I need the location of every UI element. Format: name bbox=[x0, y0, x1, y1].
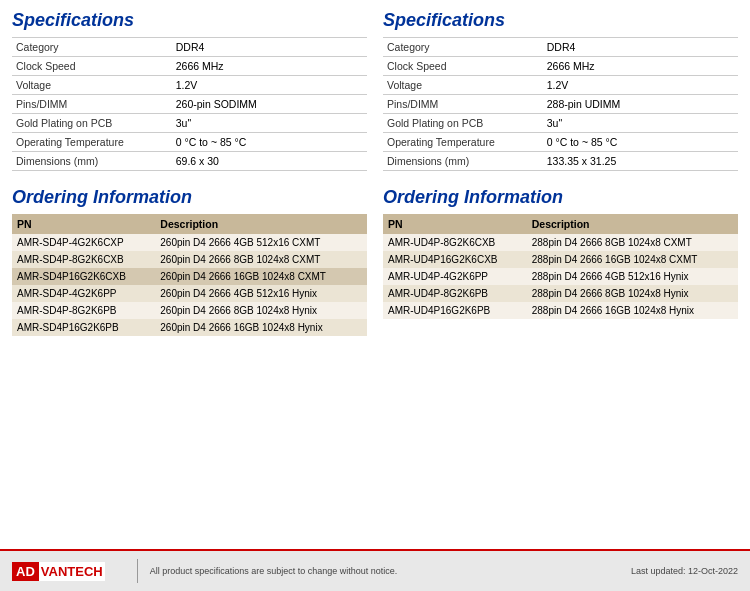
right-column: Specifications CategoryDDR4Clock Speed26… bbox=[383, 10, 738, 336]
right-spec-title: Specifications bbox=[383, 10, 738, 31]
table-row: Clock Speed2666 MHz bbox=[383, 57, 738, 76]
spec-value: 0 °C to ~ 85 °C bbox=[543, 133, 738, 152]
list-item: AMR-SD4P-8G2K6CXB260pin D4 2666 8GB 1024… bbox=[12, 251, 367, 268]
spec-label: Category bbox=[12, 38, 172, 57]
pn-cell: AMR-SD4P-4G2K6PP bbox=[12, 285, 155, 302]
table-row: Gold Plating on PCB3u" bbox=[12, 114, 367, 133]
spec-label: Category bbox=[383, 38, 543, 57]
left-spec-table: CategoryDDR4Clock Speed2666 MHzVoltage1.… bbox=[12, 37, 367, 171]
spec-value: 2666 MHz bbox=[172, 57, 367, 76]
desc-cell: 260pin D4 2666 16GB 1024x8 Hynix bbox=[155, 319, 367, 336]
list-item: AMR-SD4P-8G2K6PB260pin D4 2666 8GB 1024x… bbox=[12, 302, 367, 319]
list-item: AMR-SD4P-4G2K6CXP260pin D4 2666 4GB 512x… bbox=[12, 234, 367, 251]
spec-label: Dimensions (mm) bbox=[383, 152, 543, 171]
right-spec-table: CategoryDDR4Clock Speed2666 MHzVoltage1.… bbox=[383, 37, 738, 171]
spec-value: 1.2V bbox=[543, 76, 738, 95]
list-item: AMR-UD4P16G2K6CXB288pin D4 2666 16GB 102… bbox=[383, 251, 738, 268]
logo-ad-text: AD bbox=[12, 562, 39, 581]
spec-value: DDR4 bbox=[172, 38, 367, 57]
pn-cell: AMR-UD4P-4G2K6PP bbox=[383, 268, 527, 285]
spec-label: Clock Speed bbox=[383, 57, 543, 76]
desc-cell: 260pin D4 2666 4GB 512x16 Hynix bbox=[155, 285, 367, 302]
spec-value: 2666 MHz bbox=[543, 57, 738, 76]
pn-cell: AMR-SD4P-8G2K6PB bbox=[12, 302, 155, 319]
desc-cell: 260pin D4 2666 8GB 1024x8 Hynix bbox=[155, 302, 367, 319]
table-row: Dimensions (mm)133.35 x 31.25 bbox=[383, 152, 738, 171]
desc-cell: 288pin D4 2666 4GB 512x16 Hynix bbox=[527, 268, 738, 285]
pn-cell: AMR-UD4P16G2K6PB bbox=[383, 302, 527, 319]
spec-label: Voltage bbox=[12, 76, 172, 95]
spec-value: 260-pin SODIMM bbox=[172, 95, 367, 114]
spec-value: DDR4 bbox=[543, 38, 738, 57]
spec-label: Gold Plating on PCB bbox=[12, 114, 172, 133]
pn-cell: AMR-SD4P16G2K6CXB bbox=[12, 268, 155, 285]
table-row: Voltage1.2V bbox=[12, 76, 367, 95]
pn-cell: AMR-SD4P16G2K6PB bbox=[12, 319, 155, 336]
spec-label: Operating Temperature bbox=[12, 133, 172, 152]
table-row: Pins/DIMM260-pin SODIMM bbox=[12, 95, 367, 114]
desc-cell: 260pin D4 2666 4GB 512x16 CXMT bbox=[155, 234, 367, 251]
left-order-table: PNDescription AMR-SD4P-4G2K6CXP260pin D4… bbox=[12, 214, 367, 336]
table-row: CategoryDDR4 bbox=[383, 38, 738, 57]
footer: ADVANTECH All product specifications are… bbox=[0, 549, 750, 591]
spec-value: 3u" bbox=[172, 114, 367, 133]
spec-label: Clock Speed bbox=[12, 57, 172, 76]
footer-updated: Last updated: 12-Oct-2022 bbox=[631, 566, 738, 576]
spec-label: Pins/DIMM bbox=[12, 95, 172, 114]
left-spec-title: Specifications bbox=[12, 10, 367, 31]
footer-notice: All product specifications are subject t… bbox=[150, 566, 631, 576]
list-item: AMR-SD4P-4G2K6PP260pin D4 2666 4GB 512x1… bbox=[12, 285, 367, 302]
column-header: PN bbox=[12, 214, 155, 234]
desc-cell: 260pin D4 2666 8GB 1024x8 CXMT bbox=[155, 251, 367, 268]
pn-cell: AMR-SD4P-4G2K6CXP bbox=[12, 234, 155, 251]
table-row: Pins/DIMM288-pin UDIMM bbox=[383, 95, 738, 114]
spec-value: 288-pin UDIMM bbox=[543, 95, 738, 114]
list-item: AMR-UD4P-8G2K6PB288pin D4 2666 8GB 1024x… bbox=[383, 285, 738, 302]
table-row: Clock Speed2666 MHz bbox=[12, 57, 367, 76]
main-content: Specifications CategoryDDR4Clock Speed26… bbox=[0, 0, 750, 396]
pn-cell: AMR-UD4P-8G2K6PB bbox=[383, 285, 527, 302]
spec-label: Pins/DIMM bbox=[383, 95, 543, 114]
column-header: PN bbox=[383, 214, 527, 234]
list-item: AMR-UD4P-8G2K6CXB288pin D4 2666 8GB 1024… bbox=[383, 234, 738, 251]
desc-cell: 260pin D4 2666 16GB 1024x8 CXMT bbox=[155, 268, 367, 285]
left-ordering-title: Ordering Information bbox=[12, 187, 367, 208]
table-row: Gold Plating on PCB3u" bbox=[383, 114, 738, 133]
spec-value: 1.2V bbox=[172, 76, 367, 95]
desc-cell: 288pin D4 2666 8GB 1024x8 CXMT bbox=[527, 234, 738, 251]
list-item: AMR-SD4P16G2K6PB260pin D4 2666 16GB 1024… bbox=[12, 319, 367, 336]
spec-value: 133.35 x 31.25 bbox=[543, 152, 738, 171]
table-row: CategoryDDR4 bbox=[12, 38, 367, 57]
left-column: Specifications CategoryDDR4Clock Speed26… bbox=[12, 10, 367, 336]
desc-cell: 288pin D4 2666 8GB 1024x8 Hynix bbox=[527, 285, 738, 302]
footer-divider bbox=[137, 559, 138, 583]
right-order-table: PNDescription AMR-UD4P-8G2K6CXB288pin D4… bbox=[383, 214, 738, 319]
logo-vantech-text: VANTECH bbox=[39, 562, 105, 581]
table-row: Operating Temperature0 °C to ~ 85 °C bbox=[383, 133, 738, 152]
list-item: AMR-SD4P16G2K6CXB260pin D4 2666 16GB 102… bbox=[12, 268, 367, 285]
table-row: Dimensions (mm)69.6 x 30 bbox=[12, 152, 367, 171]
list-item: AMR-UD4P16G2K6PB288pin D4 2666 16GB 1024… bbox=[383, 302, 738, 319]
spec-label: Voltage bbox=[383, 76, 543, 95]
spec-value: 3u" bbox=[543, 114, 738, 133]
spec-label: Dimensions (mm) bbox=[12, 152, 172, 171]
column-header: Description bbox=[155, 214, 367, 234]
desc-cell: 288pin D4 2666 16GB 1024x8 Hynix bbox=[527, 302, 738, 319]
right-ordering-title: Ordering Information bbox=[383, 187, 738, 208]
spec-value: 69.6 x 30 bbox=[172, 152, 367, 171]
table-row: Voltage1.2V bbox=[383, 76, 738, 95]
advantech-logo: ADVANTECH bbox=[12, 562, 105, 581]
spec-label: Gold Plating on PCB bbox=[383, 114, 543, 133]
list-item: AMR-UD4P-4G2K6PP288pin D4 2666 4GB 512x1… bbox=[383, 268, 738, 285]
table-row: Operating Temperature0 °C to ~ 85 °C bbox=[12, 133, 367, 152]
pn-cell: AMR-SD4P-8G2K6CXB bbox=[12, 251, 155, 268]
spec-label: Operating Temperature bbox=[383, 133, 543, 152]
column-header: Description bbox=[527, 214, 738, 234]
pn-cell: AMR-UD4P-8G2K6CXB bbox=[383, 234, 527, 251]
desc-cell: 288pin D4 2666 16GB 1024x8 CXMT bbox=[527, 251, 738, 268]
spec-value: 0 °C to ~ 85 °C bbox=[172, 133, 367, 152]
pn-cell: AMR-UD4P16G2K6CXB bbox=[383, 251, 527, 268]
